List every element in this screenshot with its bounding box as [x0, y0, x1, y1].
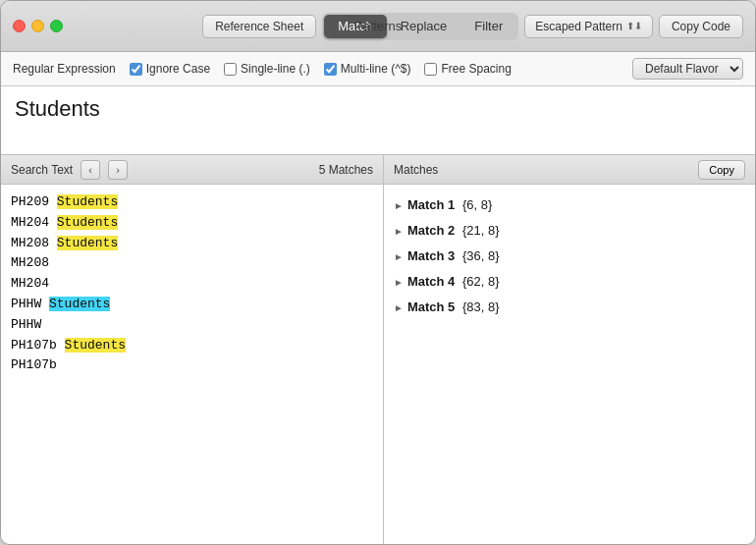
expand-arrow-icon[interactable]: ► [394, 248, 404, 265]
title-bar: Patterns Reference Sheet Match Replace F… [1, 1, 755, 52]
regex-label: Regular Expression [13, 62, 116, 76]
search-text-panel: Search Text ‹ › 5 Matches PH209 Students… [1, 155, 384, 544]
list-item: PH107b Students [11, 336, 373, 356]
match-label: Match 1 [407, 194, 455, 216]
match-label: Match 3 [407, 245, 455, 267]
list-item: ► Match 1 {6, 8} [394, 192, 745, 218]
free-spacing-checkbox[interactable] [424, 63, 437, 76]
escaped-pattern-dropdown[interactable]: Escaped Pattern ⬆⬇ [524, 15, 653, 38]
list-item: ► Match 2 {21, 8} [394, 218, 745, 244]
next-match-button[interactable]: › [108, 160, 128, 180]
match-highlight: Students [57, 194, 118, 209]
regex-input-area[interactable]: Students [1, 86, 755, 155]
options-bar: Regular Expression Ignore Case Single-li… [1, 52, 755, 86]
list-item: MH204 [11, 274, 373, 295]
match-label: Match 5 [407, 297, 455, 318]
main-content: Search Text ‹ › 5 Matches PH209 Students… [1, 155, 755, 544]
expand-arrow-icon[interactable]: ► [394, 274, 404, 291]
match-highlight-active: Students [49, 297, 110, 311]
list-item: MH204 Students [11, 213, 373, 234]
matches-panel: Matches Copy ► Match 1 {6, 8} ► Match 2 … [384, 155, 755, 544]
free-spacing-option[interactable]: Free Spacing [424, 62, 511, 76]
list-item: PH209 Students [11, 192, 373, 213]
match-highlight: Students [57, 236, 118, 250]
matches-content: ► Match 1 {6, 8} ► Match 2 {21, 8} ► Mat… [384, 185, 755, 544]
free-spacing-label: Free Spacing [441, 62, 511, 76]
single-line-option[interactable]: Single-line (.) [224, 62, 310, 76]
flavor-select[interactable]: Default Flavor [632, 58, 743, 80]
match-coords: {21, 8} [459, 220, 499, 242]
multi-line-option[interactable]: Multi-line (^$) [324, 62, 411, 76]
app-window: Patterns Reference Sheet Match Replace F… [0, 0, 756, 545]
match-label: Match 4 [407, 271, 455, 293]
match-coords: {83, 8} [459, 297, 499, 318]
multi-line-checkbox[interactable] [324, 63, 337, 76]
expand-arrow-icon[interactable]: ► [394, 223, 404, 240]
list-item: ► Match 5 {83, 8} [394, 295, 745, 320]
prev-match-button[interactable]: ‹ [81, 160, 100, 180]
escaped-pattern-label: Escaped Pattern [535, 20, 622, 33]
title-bar-controls: Reference Sheet Match Replace Filter Esc… [202, 13, 743, 40]
list-item: MH208 Students [11, 234, 373, 254]
list-item: ► Match 3 {36, 8} [394, 244, 745, 269]
reference-sheet-button[interactable]: Reference Sheet [202, 15, 316, 38]
maximize-button[interactable] [50, 20, 63, 32]
search-text-content[interactable]: PH209 Students MH204 Students MH208 Stud… [1, 185, 383, 544]
search-text-title: Search Text [11, 163, 73, 177]
matches-header: Matches Copy [384, 155, 755, 185]
search-text-header: Search Text ‹ › 5 Matches [1, 155, 383, 185]
minimize-button[interactable] [31, 20, 44, 32]
copy-code-button[interactable]: Copy Code [659, 15, 743, 38]
expand-arrow-icon[interactable]: ► [394, 197, 404, 214]
list-item: MH208 [11, 253, 373, 274]
list-item: ► Match 4 {62, 8} [394, 269, 745, 295]
matches-title: Matches [394, 163, 438, 177]
ignore-case-option[interactable]: Ignore Case [130, 62, 210, 76]
list-item: PH107b [11, 355, 373, 376]
match-highlight: Students [65, 338, 126, 353]
single-line-label: Single-line (.) [241, 62, 310, 76]
list-item: PHHW [11, 315, 373, 336]
match-label: Match 2 [407, 220, 455, 242]
ignore-case-checkbox[interactable] [130, 63, 142, 76]
regex-text: Students [15, 96, 741, 122]
match-coords: {6, 8} [459, 194, 492, 216]
tab-filter[interactable]: Filter [460, 15, 516, 38]
ignore-case-label: Ignore Case [146, 62, 210, 76]
list-item: PHHW Students [11, 295, 373, 315]
dropdown-arrow-icon: ⬆⬇ [626, 21, 642, 31]
close-button[interactable] [13, 20, 26, 32]
tab-group: Match Replace Filter [322, 13, 518, 40]
matches-count: 5 Matches [319, 163, 373, 177]
window-title: Patterns [354, 19, 402, 33]
match-coords: {36, 8} [459, 245, 499, 267]
single-line-checkbox[interactable] [224, 63, 237, 76]
expand-arrow-icon[interactable]: ► [394, 300, 404, 316]
multi-line-label: Multi-line (^$) [341, 62, 411, 76]
traffic-lights [13, 20, 63, 32]
match-coords: {62, 8} [459, 271, 499, 293]
copy-matches-button[interactable]: Copy [698, 160, 745, 180]
match-highlight: Students [57, 215, 118, 230]
